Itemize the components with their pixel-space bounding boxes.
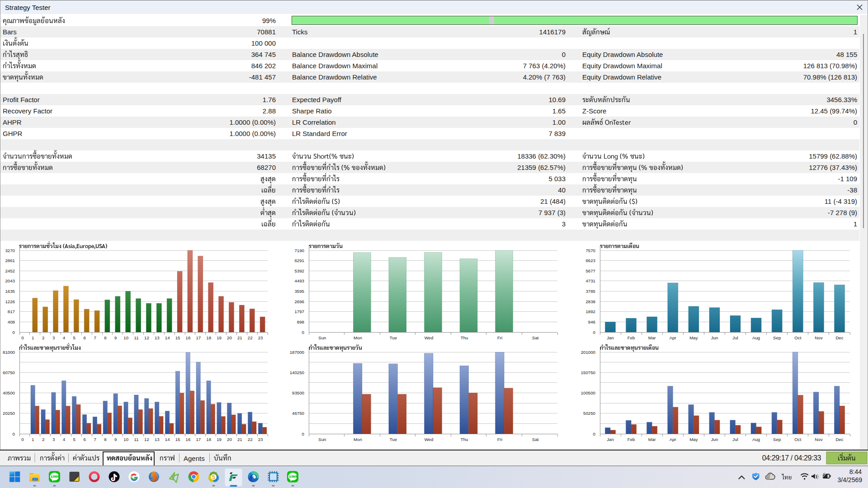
- svg-text:Nov: Nov: [815, 437, 822, 442]
- svg-text:Jan: Jan: [607, 335, 614, 340]
- svg-text:898: 898: [297, 319, 304, 324]
- svg-text:Feb: Feb: [627, 335, 635, 340]
- svg-text:6291: 6291: [294, 258, 304, 263]
- svg-text:Wed: Wed: [425, 437, 434, 442]
- svg-text:18: 18: [206, 437, 211, 442]
- svg-text:2861: 2861: [5, 258, 15, 263]
- svg-text:1: 1: [32, 335, 34, 340]
- svg-text:4493: 4493: [294, 278, 304, 283]
- svg-text:Feb: Feb: [627, 437, 635, 442]
- svg-text:0: 0: [13, 330, 15, 335]
- svg-text:0: 0: [593, 432, 596, 436]
- svg-text:9: 9: [114, 335, 117, 340]
- svg-text:3595: 3595: [294, 289, 304, 294]
- svg-text:817: 817: [8, 309, 15, 314]
- svg-text:2838: 2838: [585, 299, 595, 304]
- svg-text:4: 4: [63, 335, 66, 340]
- svg-text:11: 11: [134, 335, 139, 340]
- svg-text:4: 4: [63, 437, 66, 442]
- svg-text:11: 11: [134, 437, 139, 442]
- svg-text:Sun: Sun: [318, 335, 326, 340]
- svg-text:5392: 5392: [294, 268, 304, 273]
- svg-text:17: 17: [196, 437, 201, 442]
- svg-text:1226: 1226: [5, 299, 15, 304]
- svg-text:15: 15: [175, 335, 180, 340]
- svg-text:9: 9: [114, 437, 117, 442]
- svg-text:May: May: [689, 437, 698, 442]
- svg-text:16: 16: [186, 335, 191, 340]
- svg-text:6: 6: [84, 335, 86, 340]
- svg-text:Apr: Apr: [670, 335, 677, 340]
- svg-text:May: May: [689, 335, 698, 340]
- svg-text:201000: 201000: [581, 350, 596, 355]
- svg-text:Jul: Jul: [732, 335, 738, 340]
- svg-text:Mar: Mar: [648, 437, 656, 442]
- svg-text:14: 14: [165, 335, 170, 340]
- svg-text:21: 21: [237, 335, 242, 340]
- svg-text:12: 12: [144, 335, 149, 340]
- svg-text:7570: 7570: [585, 248, 595, 253]
- svg-text:1635: 1635: [5, 289, 15, 294]
- svg-text:Dec: Dec: [835, 437, 843, 442]
- svg-text:14: 14: [165, 437, 170, 442]
- svg-text:Oct: Oct: [794, 335, 801, 340]
- svg-text:Sep: Sep: [773, 335, 781, 340]
- svg-text:4731: 4731: [585, 278, 595, 283]
- svg-text:Wed: Wed: [425, 335, 434, 340]
- svg-text:Mon: Mon: [354, 437, 362, 442]
- svg-text:50250: 50250: [583, 411, 596, 416]
- svg-text:5: 5: [73, 437, 75, 442]
- svg-text:7: 7: [94, 437, 96, 442]
- svg-text:Fri: Fri: [497, 335, 502, 340]
- svg-text:Oct: Oct: [794, 437, 801, 442]
- svg-text:2696: 2696: [294, 299, 304, 304]
- svg-text:Fri: Fri: [497, 437, 502, 442]
- svg-text:13: 13: [155, 437, 160, 442]
- svg-text:100500: 100500: [581, 390, 596, 395]
- svg-text:20250: 20250: [3, 411, 15, 416]
- svg-text:0: 0: [593, 330, 596, 335]
- svg-text:23: 23: [258, 335, 263, 340]
- svg-text:Sat: Sat: [532, 335, 539, 340]
- svg-text:3785: 3785: [585, 289, 595, 294]
- svg-text:17: 17: [196, 335, 201, 340]
- svg-text:93500: 93500: [292, 390, 305, 395]
- svg-text:19: 19: [217, 437, 222, 442]
- svg-text:5: 5: [73, 335, 75, 340]
- svg-text:0: 0: [13, 432, 15, 436]
- svg-text:40500: 40500: [3, 390, 15, 395]
- svg-text:3: 3: [52, 437, 55, 442]
- svg-text:20: 20: [227, 437, 232, 442]
- svg-text:3270: 3270: [5, 248, 15, 253]
- svg-text:0: 0: [21, 437, 24, 442]
- svg-text:22: 22: [248, 437, 253, 442]
- svg-text:21: 21: [237, 437, 242, 442]
- svg-text:Thu: Thu: [461, 335, 468, 340]
- svg-text:Aug: Aug: [752, 335, 760, 340]
- svg-text:12: 12: [144, 437, 149, 442]
- svg-text:7190: 7190: [294, 248, 304, 253]
- svg-text:81000: 81000: [3, 350, 15, 355]
- svg-text:5677: 5677: [585, 268, 595, 273]
- svg-text:5: 5: [212, 474, 215, 480]
- svg-text:2: 2: [42, 437, 44, 442]
- svg-text:0: 0: [302, 432, 305, 436]
- svg-text:Tue: Tue: [390, 335, 397, 340]
- svg-text:946: 946: [588, 319, 595, 324]
- svg-text:23: 23: [258, 437, 263, 442]
- svg-text:Sat: Sat: [532, 437, 539, 442]
- svg-text:Mar: Mar: [648, 335, 656, 340]
- svg-text:19: 19: [217, 335, 222, 340]
- svg-text:187000: 187000: [290, 350, 305, 355]
- svg-text:16: 16: [186, 437, 191, 442]
- svg-text:6623: 6623: [585, 258, 595, 263]
- svg-text:2452: 2452: [5, 268, 15, 273]
- svg-text:Jun: Jun: [711, 335, 718, 340]
- svg-text:408: 408: [8, 319, 15, 324]
- svg-text:15: 15: [175, 437, 180, 442]
- svg-text:Sun: Sun: [318, 437, 326, 442]
- svg-text:Jun: Jun: [711, 437, 718, 442]
- svg-text:Apr: Apr: [670, 437, 677, 442]
- svg-text:20: 20: [227, 335, 232, 340]
- svg-text:Jul: Jul: [732, 437, 738, 442]
